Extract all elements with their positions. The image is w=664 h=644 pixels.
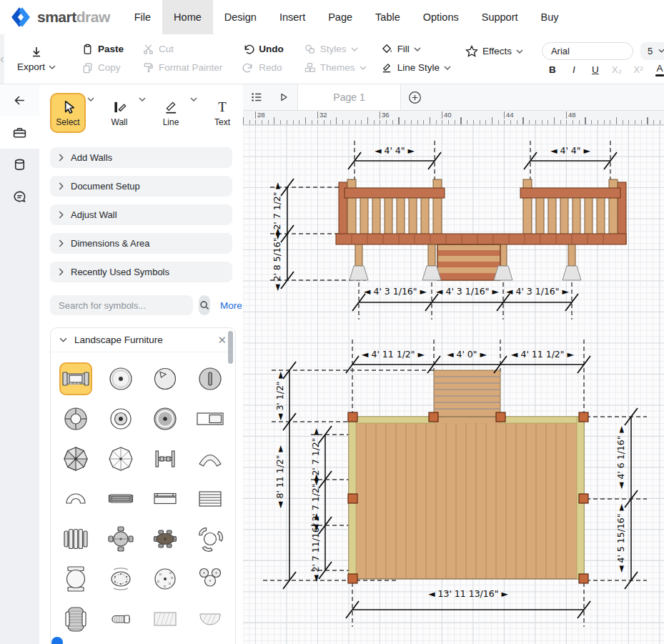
text-tool[interactable]: T Text <box>204 93 240 133</box>
search-icon <box>199 299 210 311</box>
select-tool[interactable]: Select <box>50 93 86 133</box>
symbol-table-6-chairs[interactable] <box>149 522 182 555</box>
symbol-semicircle-bench[interactable] <box>59 482 92 515</box>
export-button[interactable]: Export <box>17 46 56 72</box>
section-add-walls[interactable]: Add Walls <box>50 147 232 168</box>
deck-elevation-drawing[interactable]: ◄ 4' 4" ► ◄ 4' 4" ► ◄ 2' 7 1/2" ► ◄ 2' 8… <box>270 141 626 319</box>
symbol-hand-truck[interactable] <box>149 442 182 475</box>
symbol-storage-box[interactable] <box>194 402 227 435</box>
page-tab[interactable]: Page 1 <box>297 84 401 110</box>
symbol-planter-group[interactable] <box>194 563 227 595</box>
symbol-round-table-rings[interactable] <box>104 402 137 435</box>
format-painter-button[interactable]: Format Painter <box>142 59 222 76</box>
line-style-button[interactable]: Line Style <box>381 59 451 76</box>
menu-options[interactable]: Options <box>412 0 470 34</box>
superscript-button[interactable]: X² <box>628 64 649 75</box>
symbol-bench-with-back[interactable] <box>149 482 182 515</box>
symbol-oval-table-setting[interactable] <box>104 563 137 595</box>
menu-buy[interactable]: Buy <box>530 0 570 34</box>
font-color-button[interactable]: A <box>649 63 664 76</box>
symbol-slatted-bench[interactable] <box>104 482 137 515</box>
cut-button[interactable]: Cut <box>142 41 222 58</box>
wall-tool[interactable]: Wall <box>101 93 137 133</box>
menu-page[interactable]: Page <box>317 0 364 34</box>
section-dimensions-area[interactable]: Dimensions & Area <box>50 233 232 254</box>
menu-file[interactable]: File <box>123 0 162 34</box>
plan-stairs <box>434 370 500 417</box>
doormat-rect-icon <box>151 605 179 633</box>
styles-button[interactable]: Styles <box>304 41 367 58</box>
chevron-down-icon[interactable] <box>190 97 197 101</box>
symbol-round-table-wedge[interactable] <box>149 362 182 395</box>
drawing-canvas[interactable]: ◄ 4' 4" ► ◄ 4' 4" ► ◄ 2' 7 1/2" ► ◄ 2' 8… <box>243 125 664 644</box>
underline-button[interactable]: U <box>585 64 606 75</box>
curved-bench-icon <box>196 445 224 473</box>
chevron-down-icon[interactable] <box>87 97 94 101</box>
symbol-umbrella[interactable] <box>104 442 137 475</box>
undo-button[interactable]: Undo <box>242 41 284 58</box>
copy-button[interactable]: Copy <box>81 59 124 76</box>
styles-icon <box>304 43 316 55</box>
paste-button[interactable]: Paste <box>81 41 124 58</box>
menu-design[interactable]: Design <box>213 0 268 34</box>
search-button[interactable] <box>199 295 210 315</box>
data-tab[interactable] <box>0 149 39 181</box>
symbol-lounge-chairs[interactable] <box>59 522 92 555</box>
redo-button[interactable]: Redo <box>242 59 284 76</box>
symbol-table-4-chairs[interactable] <box>104 522 137 555</box>
chevron-down-icon[interactable] <box>139 97 146 101</box>
symbol-round-table-dot[interactable] <box>104 362 137 395</box>
line-label: Line <box>163 117 179 127</box>
smartdraw-logo[interactable]: smartdraw <box>0 6 123 28</box>
symbol-doormat-semicircle[interactable] <box>194 603 227 635</box>
symbols-scrollbar[interactable] <box>228 331 233 364</box>
more-label: More <box>220 300 242 311</box>
effects-button[interactable]: Effects <box>465 43 523 60</box>
svg-text:◄ 2' 7 11/16" ►: ◄ 2' 7 11/16" ► <box>310 512 321 582</box>
symbol-picnic-table[interactable] <box>59 563 92 595</box>
symbol-planter-bench[interactable] <box>59 362 92 395</box>
themes-button[interactable]: Themes <box>304 59 367 76</box>
comments-tab[interactable] <box>0 181 39 213</box>
menu-table[interactable]: Table <box>364 0 412 34</box>
effects-star-icon <box>465 45 478 58</box>
italic-button[interactable]: I <box>563 64 585 75</box>
symbol-round-planter[interactable] <box>149 563 182 595</box>
symbol-small-bench[interactable] <box>104 603 137 635</box>
symbol-striped-armchair[interactable] <box>59 603 92 635</box>
section-recently-used-symbols[interactable]: Recently Used Symbols <box>50 262 232 282</box>
add-page-button[interactable] <box>401 84 428 110</box>
section-adjust-wall[interactable]: Adjust Wall <box>50 204 232 225</box>
font-name-input[interactable] <box>542 42 633 60</box>
fill-bucket-icon <box>381 43 393 55</box>
search-input[interactable] <box>50 295 193 315</box>
menu-home[interactable]: Home <box>162 0 213 34</box>
page-list-button[interactable] <box>243 84 270 110</box>
symbol-round-table-dark[interactable] <box>149 402 182 435</box>
bold-button[interactable]: B <box>542 64 563 75</box>
section-document-setup[interactable]: Document Setup <box>50 176 232 197</box>
paste-icon <box>81 43 94 55</box>
symbol-doormat-rect[interactable] <box>149 603 182 635</box>
line-tool[interactable]: Line <box>153 93 189 133</box>
close-icon[interactable]: ✕ <box>217 334 227 347</box>
svg-text:◄ 4' 5 15/16" ►: ◄ 4' 5 15/16" ► <box>615 503 626 573</box>
subscript-button[interactable]: X₂ <box>606 64 628 75</box>
symbol-round-table-quad[interactable] <box>59 402 92 435</box>
symbol-umbrella-shaded[interactable] <box>59 442 92 475</box>
symbol-round-table-slot[interactable] <box>194 362 227 395</box>
play-button[interactable] <box>270 84 297 110</box>
deck-plan-drawing[interactable]: ◄ 4' 11 1/2" ► ◄ 4' 0" ► ◄ 4' 11 1/2" ► … <box>263 340 647 627</box>
font-size-select[interactable]: 5 <box>640 42 664 60</box>
fill-button[interactable]: Fill <box>381 41 451 58</box>
menu-support[interactable]: Support <box>470 0 530 34</box>
symbol-library-header[interactable]: Landscape Furniture ✕ <box>51 328 235 352</box>
collapse-panel-button[interactable] <box>0 84 39 117</box>
menu-insert[interactable]: Insert <box>268 0 317 34</box>
help-button[interactable] <box>51 637 63 644</box>
symbol-table-3-chairs[interactable] <box>194 522 227 555</box>
toolbox-tab[interactable] <box>0 117 39 149</box>
section-label: Dimensions & Area <box>71 238 150 249</box>
symbol-curved-bench[interactable] <box>194 442 227 475</box>
symbol-slatted-platform[interactable] <box>194 482 227 515</box>
